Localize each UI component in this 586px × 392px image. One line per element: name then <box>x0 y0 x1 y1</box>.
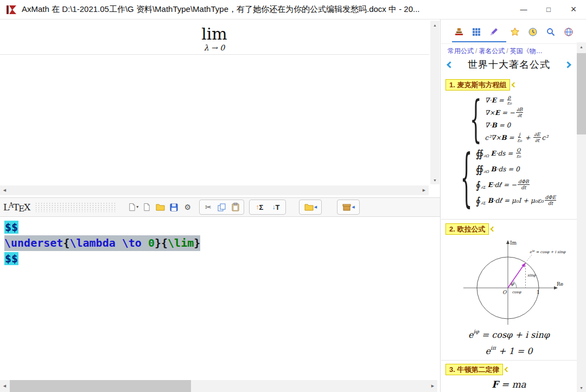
recent-button[interactable] <box>526 25 540 39</box>
section-divider <box>441 360 577 361</box>
category-breadcrumb: 常用公式/著名公式/英国《物… <box>448 47 543 56</box>
section-euler-label[interactable]: 2. 欧拉公式 <box>445 223 489 235</box>
tab-uk-physics-world[interactable]: 英国《物… <box>510 47 543 55</box>
maxwell-differential-equations: ∇·E = ρε₀∇×E = −∂B∂t∇·B = 0c²∇×B = jε₀ +… <box>485 94 549 144</box>
page-icon <box>128 203 136 211</box>
window-title: AxMath 在 D:\1-2021.05工作\G 资料\MathType\Ma… <box>22 4 511 15</box>
next-page-chevron-icon[interactable] <box>564 61 571 68</box>
formula-main: lim <box>0 25 429 43</box>
phi-label: φ <box>511 281 514 286</box>
im-axis-label: Im <box>510 240 517 246</box>
sin-phi-label: sinφ <box>527 273 536 278</box>
tab-common-formulas[interactable]: 常用公式 <box>448 47 474 55</box>
copy-button[interactable] <box>215 201 228 214</box>
preview-divider <box>0 54 429 55</box>
scrollbar-thumb[interactable] <box>577 53 586 134</box>
down-t-icon: ↓T <box>272 203 279 211</box>
origin-label: O <box>502 290 507 295</box>
euler-formula[interactable]: eiφ = cosφ + i sinφ <box>441 330 577 340</box>
maximize-button[interactable]: □ <box>536 0 561 19</box>
pen-panel-button[interactable] <box>487 25 501 39</box>
grid-icon <box>472 27 481 37</box>
logo-letter: A <box>9 202 14 209</box>
formula-preview-pane: lim λ → 0 ▲ ▼ ◀ ▶ <box>0 20 441 185</box>
open-file-button[interactable] <box>154 201 167 214</box>
sidebar-toolbar <box>441 22 577 42</box>
sidebar-vertical-scrollbar[interactable]: ▲ ▼ <box>577 42 586 392</box>
rendered-formula: lim λ → 0 <box>0 25 429 52</box>
formula-subscript: λ → 0 <box>0 43 429 52</box>
cos-phi-label: cosφ <box>512 290 522 294</box>
file-button-group: ▾ ⚙ <box>126 201 194 214</box>
section-header-row: 1. 麦克斯韦方程组 <box>445 79 516 91</box>
stamp-panel-button[interactable] <box>452 25 466 39</box>
newton-second-law-formula[interactable]: F = ma <box>441 379 577 390</box>
scroll-right-icon[interactable]: ▶ <box>428 382 437 390</box>
preview-horizontal-scrollbar[interactable]: ◀ ▶ <box>0 185 429 195</box>
scroll-left-icon[interactable]: ◀ <box>0 382 9 390</box>
close-button[interactable]: × <box>561 0 586 19</box>
left-triangle-icon: ◀ <box>352 205 354 209</box>
insert-template-button[interactable]: ▾ <box>126 201 140 214</box>
new-document-button[interactable] <box>140 201 154 214</box>
stamp-icon <box>454 27 464 37</box>
star-icon <box>510 27 520 37</box>
logo-letter: X <box>24 202 30 213</box>
re-axis-label: Re <box>557 281 563 287</box>
scroll-down-icon[interactable]: ▼ <box>577 383 586 392</box>
search-button[interactable] <box>544 25 558 39</box>
point-label: eiφ = cosφ + i sinφ <box>530 249 566 254</box>
scroll-right-icon[interactable]: ▶ <box>419 186 429 195</box>
formula-library-sidebar: 常用公式/著名公式/英国《物… 世界十大著名公式 1. 麦克斯韦方程组 { ∇·… <box>441 20 577 392</box>
maxwell-integral-group: { ∯∂Ω E·ds = Qε₀∯∂Ω B·ds = 0∮∂Σ E·dℓ = −… <box>441 145 577 208</box>
tab-famous-formulas[interactable]: 著名公式 <box>479 47 505 55</box>
scroll-left-icon[interactable]: ◀ <box>0 186 9 195</box>
category-pager: 世界十大著名公式 <box>441 55 577 74</box>
euler-unit-circle-diagram: Im Re O 1 φ cosφ sinφ eiφ = cosφ + i sin… <box>449 236 569 327</box>
section-maxwell-label[interactable]: 1. 麦克斯韦方程组 <box>445 79 510 91</box>
scroll-up-icon[interactable]: ▲ <box>430 21 440 29</box>
section-header-row: 3. 牛顿第二定律 <box>445 364 509 375</box>
export-doc-group: ◀ <box>299 200 322 215</box>
save-button[interactable] <box>167 201 181 214</box>
maxwell-integral-equations: ∯∂Ω E·ds = Qε₀∯∂Ω B·ds = 0∮∂Σ E·dℓ = −dΦ… <box>475 145 557 208</box>
clipboard-icon <box>232 203 239 211</box>
code-line: \underset{\lambda \to 0}{\lim} <box>4 235 437 251</box>
floppy-icon <box>170 203 178 211</box>
scissors-icon: ✂ <box>205 203 212 211</box>
section-newton-label[interactable]: 3. 牛顿第二定律 <box>445 364 503 375</box>
euler-identity-formula[interactable]: eiπ + 1 = 0 <box>441 346 577 356</box>
code-line: $$ <box>4 251 437 267</box>
favorites-button[interactable] <box>508 25 522 39</box>
to-text-button[interactable]: ↓T <box>267 201 284 214</box>
export-package-button[interactable]: ◀ <box>339 201 358 214</box>
curly-brace-icon: { <box>461 145 473 208</box>
cut-button[interactable]: ✂ <box>201 201 215 214</box>
tab-separator: / <box>475 47 477 55</box>
to-formula-button[interactable]: ↑Σ <box>251 201 267 214</box>
library-tool-group <box>508 25 576 39</box>
export-to-document-button[interactable]: ◀ <box>301 201 320 214</box>
scroll-down-icon[interactable]: ▼ <box>430 176 440 184</box>
editor-workspace: lim λ → 0 ▲ ▼ ◀ ▶ L A T E X ▾ <box>0 20 441 392</box>
preview-vertical-scrollbar[interactable]: ▲ ▼ <box>430 21 440 184</box>
grid-panel-button[interactable] <box>469 25 483 39</box>
latex-code-editor[interactable]: $$ \underset{\lambda \to 0}{\lim} $$ <box>0 217 437 380</box>
convert-button-group: ↑Σ ↓T <box>249 200 286 215</box>
scroll-up-icon[interactable]: ▲ <box>577 42 586 51</box>
settings-button[interactable]: ⚙ <box>181 201 194 214</box>
maxwell-equations[interactable]: { ∇·E = ρε₀∇×E = −∂B∂t∇·B = 0c²∇×B = jε₀… <box>441 92 577 210</box>
web-library-button[interactable] <box>562 25 576 39</box>
tag-tail-chevron-icon <box>512 82 517 88</box>
category-title: 世界十大著名公式 <box>468 58 550 71</box>
window-controls: — □ × <box>511 0 586 20</box>
folder-icon <box>304 203 314 211</box>
titlebar: AxMath 在 D:\1-2021.05工作\G 资料\MathType\Ma… <box>0 0 586 20</box>
minimize-button[interactable]: — <box>511 0 536 19</box>
clipboard-button-group: ✂ <box>199 200 244 215</box>
paste-button[interactable] <box>228 201 242 214</box>
clock-icon <box>528 27 538 37</box>
editor-horizontal-scrollbar[interactable]: ◀ ▶ <box>0 380 437 392</box>
prev-page-chevron-icon[interactable] <box>447 61 454 68</box>
scrollbar-thumb[interactable] <box>10 380 191 392</box>
